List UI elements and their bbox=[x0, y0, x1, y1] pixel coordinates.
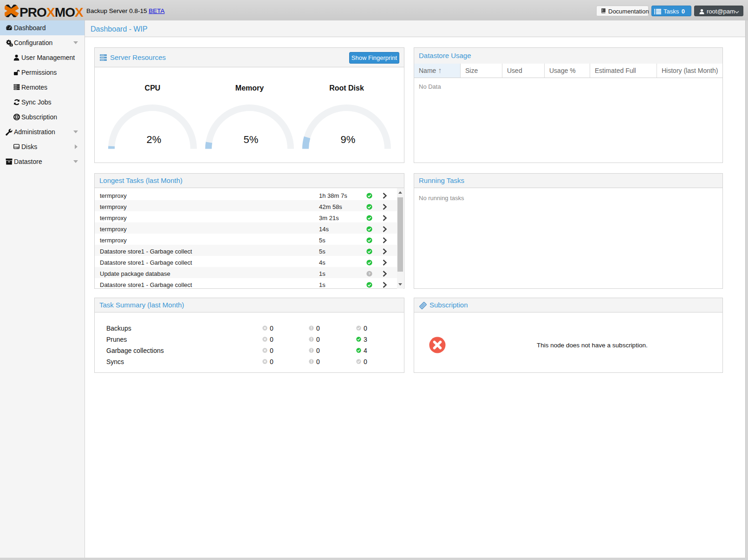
svg-text:?: ? bbox=[368, 272, 371, 276]
svg-text:PROXMOX: PROXMOX bbox=[20, 5, 84, 17]
